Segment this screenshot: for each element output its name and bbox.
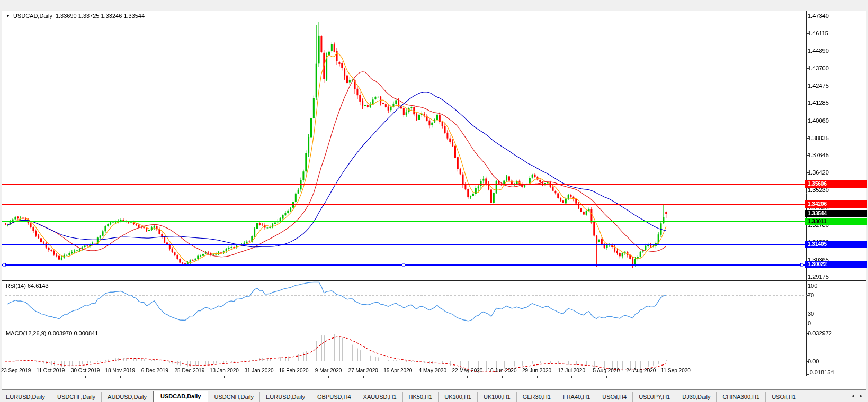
date-axis-label: 11 Oct 2019 xyxy=(37,368,65,373)
price-level-tag[interactable]: 1.33544 xyxy=(805,210,867,217)
date-axis-label: 23 Sep 2019 xyxy=(1,368,31,373)
macd-axis-tick-label: -0.018154 xyxy=(808,369,866,376)
price-axis-tick-label: 1.47340 xyxy=(808,12,866,20)
symbol-tab-ger30-h1[interactable]: GER30,H1 xyxy=(517,392,557,402)
symbol-tab-usdjpy-h1[interactable]: USDJPY,H1 xyxy=(633,392,676,402)
price-level-tag[interactable]: 1.31405 xyxy=(805,241,867,248)
date-axis-label: 30 Oct 2019 xyxy=(71,368,100,373)
date-axis-label: 29 Jun 2020 xyxy=(522,368,551,373)
symbol-tab-china300-h1[interactable]: CHINA300,H1 xyxy=(717,392,766,402)
date-axis-label: 10 Jun 2020 xyxy=(487,368,516,373)
date-axis-label: 15 Apr 2020 xyxy=(383,368,412,373)
rsi-indicator-label: RSI(14) 64.6143 xyxy=(6,282,49,289)
symbol-tab-hk50-h1[interactable]: HK50,H1 xyxy=(403,392,439,402)
symbol-tab-usdcnh-daily[interactable]: USDCNH,Daily xyxy=(208,392,260,402)
price-axis-tick-label: 1.40060 xyxy=(808,117,866,124)
date-axis-label: 24 Aug 2020 xyxy=(626,368,656,373)
collapse-caret-icon[interactable]: ▼ xyxy=(6,14,10,19)
rsi-axis-tick-label: 30 xyxy=(808,310,866,317)
symbol-tab-fra40-h1[interactable]: FRA40,H1 xyxy=(557,392,596,402)
price-axis-tick-label: 1.44890 xyxy=(808,47,866,54)
tab-scroll-left-icon[interactable]: ◄ xyxy=(851,394,855,398)
rsi-axis-tick-label: 70 xyxy=(808,291,866,299)
tab-scroll-right-icon[interactable]: ► xyxy=(859,394,863,398)
price-level-tag[interactable]: 1.30022 xyxy=(805,261,867,268)
symbol-tab-eurusd-daily[interactable]: EURUSD,Daily xyxy=(260,392,311,402)
chart-ohlc-values: 1.33690 1.33725 1.33246 1.33544 xyxy=(56,13,145,19)
tab-scroll-arrows: ◄ ► xyxy=(845,392,866,400)
date-axis-label: 18 Nov 2019 xyxy=(105,368,135,373)
date-axis-label: 9 Mar 2020 xyxy=(315,368,342,373)
price-axis-tick-label: 1.43700 xyxy=(808,65,866,72)
date-axis-label: 25 Dec 2019 xyxy=(174,368,204,373)
price-level-tag[interactable]: 1.33011 xyxy=(805,218,867,225)
symbol-tab-gbpusd-h4[interactable]: GBPUSD,H4 xyxy=(311,392,357,402)
macd-axis-tick-label: 0.00 xyxy=(808,358,866,365)
symbol-tab-eurusd-daily[interactable]: EURUSD,Daily xyxy=(0,392,51,402)
price-chart-canvas[interactable] xyxy=(0,0,868,402)
symbol-tab-uk100-h1[interactable]: UK100,H1 xyxy=(478,392,517,402)
symbol-tab-usoil-h1[interactable]: USOil,H1 xyxy=(766,392,802,402)
chart-title: ▼ USDCAD,Daily 1.33690 1.33725 1.33246 1… xyxy=(6,13,145,19)
macd-axis-tick-label: 0.032972 xyxy=(808,330,866,337)
symbol-tab-dj30-daily[interactable]: DJ30,Daily xyxy=(676,392,717,402)
price-axis-tick-label: 1.29175 xyxy=(808,273,866,280)
date-axis-label: 31 Jan 2020 xyxy=(244,368,273,373)
price-axis-tick-label: 1.42475 xyxy=(808,82,866,89)
macd-indicator-label: MACD(12,26,9) 0.003970 0.000841 xyxy=(6,330,98,336)
price-axis-tick-label: 1.36420 xyxy=(808,169,866,176)
symbol-tab-usdcad-daily[interactable]: USDCAD,Daily xyxy=(153,391,208,402)
price-axis-tick-label: 1.37645 xyxy=(808,151,866,159)
rsi-axis-tick-label: 0 xyxy=(808,319,866,327)
symbol-tab-usdchf-daily[interactable]: USDCHF,Daily xyxy=(51,392,102,402)
price-axis-tick-label: 1.38835 xyxy=(808,134,866,142)
date-axis-label: 6 Dec 2019 xyxy=(141,368,168,373)
rsi-axis-tick-label: 100 xyxy=(808,282,866,289)
date-axis-label: 22 May 2020 xyxy=(452,368,482,373)
date-axis-label: 19 Feb 2020 xyxy=(279,368,308,373)
symbol-tab-uk100-h1[interactable]: UK100,H1 xyxy=(439,392,478,402)
date-axis-label: 17 Jul 2020 xyxy=(558,368,585,373)
date-axis-label: 11 Sep 2020 xyxy=(661,368,691,373)
price-axis-tick-label: 1.46115 xyxy=(808,30,866,37)
date-axis-label: 4 May 2020 xyxy=(419,368,446,373)
price-axis-tick-label: 1.41285 xyxy=(808,99,866,106)
date-axis-label: 5 Aug 2020 xyxy=(593,368,620,373)
symbol-tab-audusd-daily[interactable]: AUDUSD,Daily xyxy=(102,392,153,402)
date-axis-label: 27 Mar 2020 xyxy=(348,368,378,373)
date-axis-label: 13 Jan 2020 xyxy=(210,368,239,373)
chart-symbol-label: USDCAD,Daily xyxy=(13,13,52,19)
price-level-tag[interactable]: 1.34206 xyxy=(805,200,867,208)
symbol-tab-bar: EURUSD,DailyUSDCHF,DailyAUDUSD,DailyUSDC… xyxy=(0,390,868,402)
mt4-terminal: ▾ M1M5M15M30H1H4D1W1MN ▼ USDCAD,Daily 1.… xyxy=(0,0,868,402)
symbol-tab-usoil-h4[interactable]: USOil,H4 xyxy=(596,392,633,402)
symbol-tab-xauusd-h1[interactable]: XAUUSD,H1 xyxy=(357,392,403,402)
price-level-tag[interactable]: 1.35606 xyxy=(805,180,867,188)
